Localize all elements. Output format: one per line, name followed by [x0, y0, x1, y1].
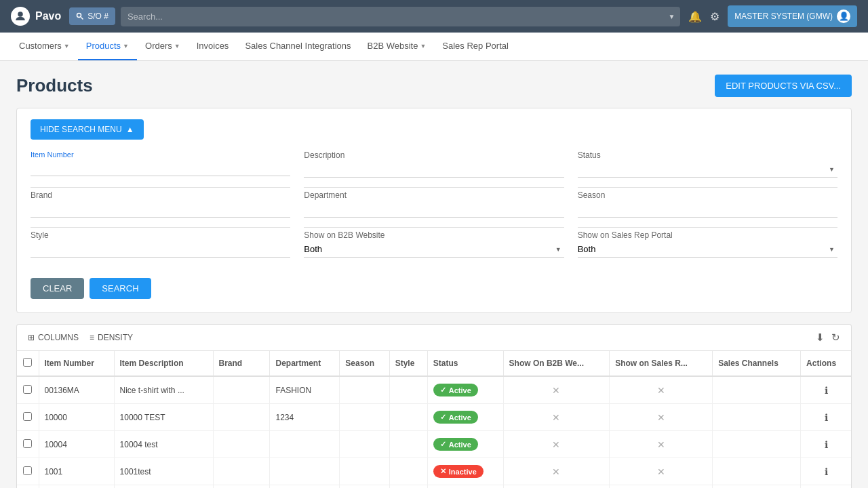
status-select[interactable]: Active Inactive — [578, 161, 837, 178]
description-input[interactable] — [304, 161, 564, 178]
search-fields: Item Number Description Status Active In… — [31, 150, 837, 270]
row-show-b2b-0: ✕ — [503, 376, 610, 404]
clear-button[interactable]: CLEAR — [31, 278, 84, 299]
row-department-1: 1234 — [270, 404, 340, 431]
info-button-2[interactable]: ℹ — [825, 439, 828, 450]
nav-item-products[interactable]: Products ▼ — [78, 33, 137, 60]
table-row: 10004 10004 test ✓ Active ✕ ✕ ℹ — [17, 431, 851, 458]
season-input[interactable] — [578, 201, 837, 218]
col-sales-channels: Sales Channels — [713, 351, 801, 376]
nav-item-b2b-website[interactable]: B2B Website ▼ — [359, 33, 434, 60]
info-button-0[interactable]: ℹ — [825, 385, 828, 396]
products-dropdown-arrow: ▼ — [123, 43, 129, 49]
show-salesrep-field-group: Show on Sales Rep Portal Both Yes No — [578, 230, 837, 267]
show-b2b-field-group: Show on B2B Website Both Yes No — [304, 230, 564, 267]
row-department-4: DEVICE — [270, 485, 340, 489]
table-row: 1001 1001test ✕ Inactive ✕ ✕ ℹ — [17, 458, 851, 485]
settings-button[interactable]: ⚙ — [710, 10, 719, 23]
status-badge-0: ✓ Active — [433, 384, 478, 396]
so-button[interactable]: S/O # — [69, 7, 115, 25]
table-controls: ⊞ COLUMNS ≡ DENSITY ⬇ ↻ — [16, 324, 852, 350]
row-description-3: 1001test — [114, 458, 213, 485]
status-icon-0: ✓ — [440, 386, 446, 394]
nav-item-orders[interactable]: Orders ▼ — [137, 33, 189, 60]
show-b2b-value-3: ✕ — [552, 466, 560, 477]
department-input[interactable] — [304, 201, 564, 218]
notifications-button[interactable]: 🔔 — [688, 10, 702, 23]
show-salesrep-select[interactable]: Both Yes No — [578, 241, 837, 258]
item-number-input[interactable] — [31, 160, 290, 176]
style-field-group: Style — [31, 230, 290, 267]
show-sales-value-0: ✕ — [657, 385, 665, 396]
department-label: Department — [304, 190, 564, 200]
row-checkbox-1[interactable] — [23, 412, 32, 421]
row-style-0 — [389, 376, 427, 404]
row-item-number-1: 10000 — [39, 404, 114, 431]
edit-csv-button[interactable]: EDIT PRODUCTS VIA CSV... — [715, 75, 852, 97]
department-field-group: Department — [304, 190, 564, 228]
row-checkbox-3[interactable] — [23, 466, 32, 475]
row-brand-1 — [213, 404, 270, 431]
row-description-1: 10000 TEST — [114, 404, 213, 431]
col-show-sales: Show on Sales R... — [610, 351, 713, 376]
show-b2b-label: Show on B2B Website — [304, 230, 564, 240]
columns-button[interactable]: ⊞ COLUMNS — [28, 333, 79, 342]
nav-item-sales-channel[interactable]: Sales Channel Integrations — [237, 33, 359, 60]
status-badge-1: ✓ Active — [433, 411, 478, 424]
show-b2b-select[interactable]: Both Yes No — [304, 241, 564, 258]
row-actions-2: ℹ — [801, 431, 851, 458]
brand-input[interactable] — [31, 201, 290, 218]
global-search-wrap: ▼ — [121, 7, 680, 26]
density-icon: ≡ — [90, 333, 94, 342]
info-button-3[interactable]: ℹ — [825, 466, 828, 477]
item-number-field-group: Item Number — [31, 150, 290, 188]
products-table: Item Number Item Description Brand Depar… — [17, 351, 851, 488]
svg-line-2 — [81, 18, 83, 20]
page-title: Products — [16, 75, 93, 96]
density-button[interactable]: ≡ DENSITY — [90, 333, 133, 342]
nav-item-invoices[interactable]: Invoices — [189, 33, 237, 60]
columns-icon: ⊞ — [28, 333, 35, 342]
style-label: Style — [31, 230, 290, 240]
show-sales-value-3: ✕ — [657, 466, 665, 477]
row-checkbox-2[interactable] — [23, 439, 32, 448]
user-menu-button[interactable]: MASTER SYSTEM (GMW) 👤 — [728, 5, 857, 27]
row-status-4: ✓ Active — [427, 485, 503, 489]
nav-item-customers[interactable]: Customers ▼ — [11, 33, 78, 60]
status-badge-2: ✓ Active — [433, 438, 478, 451]
app-name: Pavo — [35, 10, 61, 22]
show-b2b-select-wrapper: Both Yes No — [304, 241, 564, 258]
row-show-sales-1: ✕ — [610, 404, 713, 431]
table-row: 00136MA Nice t-shirt with ... FASHION ✓ … — [17, 376, 851, 404]
row-brand-4: APPLE — [213, 485, 270, 489]
row-style-1 — [389, 404, 427, 431]
row-item-number-3: 1001 — [39, 458, 114, 485]
item-number-label: Item Number — [31, 150, 290, 159]
row-season-3 — [340, 458, 389, 485]
page-header: Products EDIT PRODUCTS VIA CSV... — [16, 75, 852, 97]
show-sales-value-1: ✕ — [657, 412, 665, 423]
global-search-input[interactable] — [121, 7, 680, 26]
show-salesrep-select-wrapper: Both Yes No — [578, 241, 837, 258]
refresh-button[interactable]: ↻ — [831, 331, 840, 344]
info-button-1[interactable]: ℹ — [825, 412, 828, 423]
row-style-2 — [389, 431, 427, 458]
download-button[interactable]: ⬇ — [816, 331, 825, 344]
top-bar-actions: 🔔 ⚙ MASTER SYSTEM (GMW) 👤 — [688, 5, 857, 27]
search-dropdown-arrow: ▼ — [668, 13, 675, 20]
row-checkbox-0[interactable] — [23, 385, 32, 394]
show-sales-value-2: ✕ — [657, 439, 665, 450]
select-all-checkbox[interactable] — [23, 358, 32, 367]
user-icon: 👤 — [837, 9, 850, 23]
row-brand-2 — [213, 431, 270, 458]
row-actions-4: ℹ — [801, 485, 851, 489]
row-brand-0 — [213, 376, 270, 404]
status-icon-3: ✕ — [440, 467, 446, 476]
hide-search-button[interactable]: HIDE SEARCH MENU ▲ — [31, 119, 144, 140]
style-input[interactable] — [31, 241, 290, 258]
search-button[interactable]: SEARCH — [90, 278, 151, 299]
row-status-0: ✓ Active — [427, 376, 503, 404]
season-label: Season — [578, 190, 837, 200]
table-row: 10000 10000 TEST 1234 ✓ Active ✕ ✕ ℹ — [17, 404, 851, 431]
nav-item-sales-rep[interactable]: Sales Rep Portal — [434, 33, 517, 60]
